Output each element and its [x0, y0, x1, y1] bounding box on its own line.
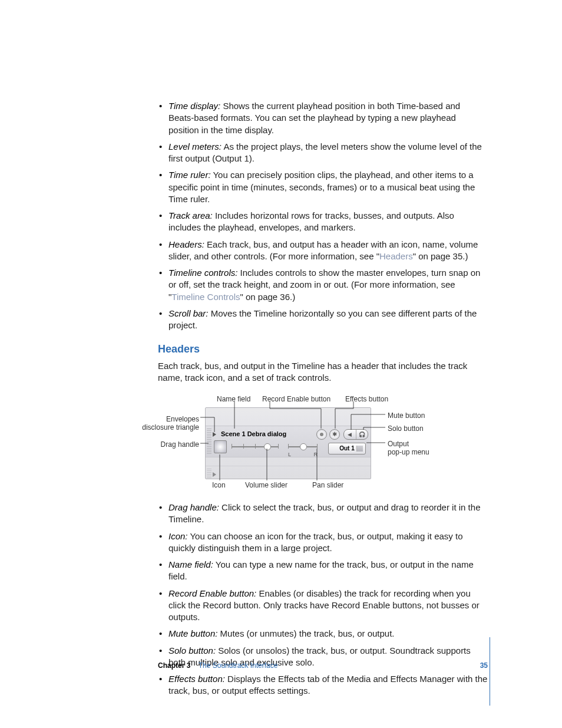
list-item: Scroll bar: Moves the Timeline horizonta… — [158, 308, 488, 332]
mute-button[interactable]: ◀ — [344, 430, 356, 439]
section-intro: Each track, bus, and output in the Timel… — [158, 360, 488, 384]
pan-lr-labels: L R — [288, 451, 318, 458]
list-item: Record Enable button: Enables (or disabl… — [158, 588, 488, 624]
callout-icon: Icon — [212, 480, 226, 490]
list-item: Track area: Includes horizontal rows for… — [158, 210, 488, 234]
callout-solo: Solo button — [388, 424, 424, 433]
chapter-label: Chapter 3 — [158, 661, 190, 670]
record-enable-button[interactable] — [316, 429, 327, 440]
output-popup-menu[interactable]: Out 1 — [328, 443, 366, 454]
term: Solo button: — [168, 645, 216, 655]
term: Timeline controls: — [168, 268, 237, 278]
term: Icon: — [168, 531, 188, 541]
callout-drag-handle: Drag handle — [133, 440, 199, 449]
term: Time ruler: — [168, 170, 211, 180]
term: Scroll bar: — [168, 308, 209, 318]
callout-envelopes: Envelopes disclosure triangle — [133, 416, 199, 432]
desc: You can choose an icon for the track, bu… — [168, 531, 463, 553]
term: Level meters: — [168, 141, 222, 151]
track-header-panel: LR Scene 1 Debra dialog — [205, 407, 371, 479]
term: Time display: — [168, 101, 220, 111]
track-row-main: Scene 1 Debra dialog L R — [206, 426, 371, 457]
term: Effects button: — [168, 674, 225, 684]
term: Drag handle: — [168, 502, 219, 512]
page-number: 35 — [480, 661, 488, 670]
footer-left: Chapter 3 The Soundtrack Interface — [158, 661, 277, 670]
list-item: Name field: You can type a new name for … — [158, 559, 488, 583]
disclosure-triangle-icon — [213, 472, 216, 477]
xref-link[interactable]: Headers — [379, 251, 413, 261]
adjacent-track-bottom — [206, 466, 371, 479]
mute-solo-group: ◀ 🎧 — [343, 429, 368, 440]
list-item: Time display: Shows the current playhead… — [158, 100, 488, 136]
list-item: Icon: You can choose an icon for the tra… — [158, 531, 488, 555]
list-item: Drag handle: Click to select the track, … — [158, 502, 488, 526]
disclosure-triangle-icon[interactable] — [213, 432, 216, 437]
term: Name field: — [168, 559, 213, 569]
xref-link[interactable]: Timeline Controls — [171, 292, 240, 302]
desc: You can type a new name for the track, b… — [168, 559, 474, 581]
list-item: Level meters: As the project plays, the … — [158, 141, 488, 165]
desc: Mutes (or unmutes) the track, bus, or ou… — [220, 628, 395, 638]
callout-record-enable: Record Enable button — [262, 394, 330, 404]
desc: Moves the Timeline horizontally so you c… — [168, 308, 477, 330]
list-item: Time ruler: You can precisely position c… — [158, 169, 488, 205]
list-item: Effects button: Displays the Effects tab… — [158, 673, 488, 697]
callout-pan-slider: Pan slider — [312, 480, 343, 490]
list-item: Headers: Each track, bus, and output has… — [158, 239, 488, 263]
solo-button[interactable]: 🎧 — [356, 430, 368, 439]
term: Track area: — [168, 210, 213, 220]
document-page: Time display: Shows the current playhead… — [0, 0, 562, 728]
drag-handle[interactable] — [207, 429, 211, 454]
page-footer: Chapter 3 The Soundtrack Interface 35 — [0, 661, 562, 670]
term: Record Enable button: — [168, 588, 256, 598]
term: Mute button: — [168, 628, 217, 638]
content-column: Time display: Shows the current playhead… — [158, 100, 488, 697]
section-heading: Headers — [158, 342, 488, 356]
pan-slider[interactable] — [288, 446, 318, 447]
chapter-title: The Soundtrack Interface — [199, 661, 278, 670]
desc-after: " on page 35.) — [413, 251, 468, 261]
drag-handle — [207, 469, 211, 479]
track-name-field[interactable]: Scene 1 Debra dialog — [221, 430, 286, 439]
list-item: Mute button: Mutes (or unmutes) the trac… — [158, 628, 488, 640]
slider-knob-icon[interactable] — [300, 443, 307, 450]
term: Headers: — [168, 239, 204, 249]
track-header-figure: Name field Record Enable button Effects … — [99, 390, 500, 496]
callout-name-field: Name field — [217, 394, 250, 404]
desc: You can precisely position clips, the pl… — [168, 170, 475, 204]
callout-mute: Mute button — [388, 411, 425, 420]
footer-rule — [490, 637, 490, 706]
slider-knob-icon[interactable] — [264, 443, 271, 450]
callout-output-l2: pop-up menu — [388, 447, 429, 457]
list-item: Timeline controls: Includes controls to … — [158, 267, 488, 303]
track-icon[interactable] — [214, 440, 227, 453]
pan-left-label: L — [288, 451, 291, 458]
effects-button[interactable] — [329, 429, 340, 440]
volume-slider[interactable] — [232, 446, 279, 447]
callout-volume-slider: Volume slider — [245, 480, 287, 490]
desc-after: " on page 36.) — [240, 292, 295, 302]
callout-effects: Effects button — [345, 394, 388, 404]
bullet-list-top: Time display: Shows the current playhead… — [158, 100, 488, 331]
pan-right-label: R — [314, 451, 318, 458]
